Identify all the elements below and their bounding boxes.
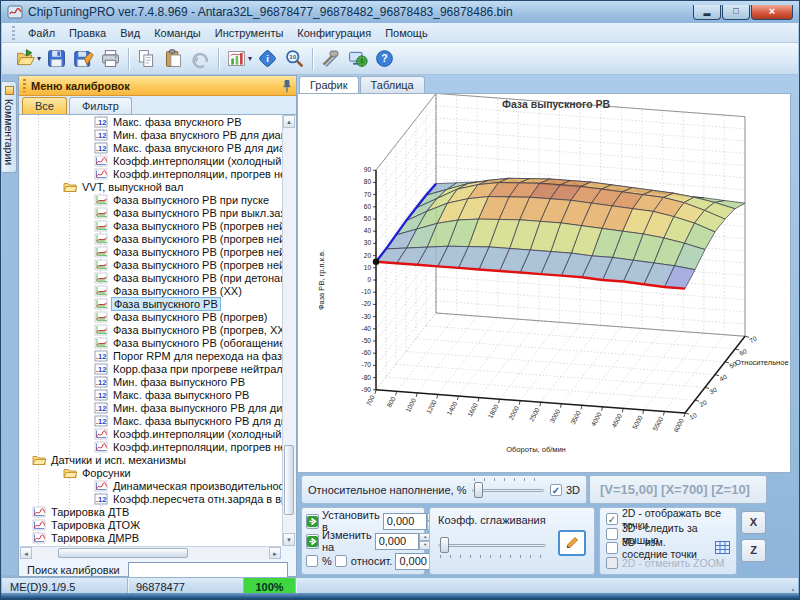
tree-item[interactable]: Фаза выпускного РВ (прогрев нейтрализато… [20, 219, 284, 232]
tree-item[interactable]: Коэфф.интерполяции, прогрев нейтр. (холо… [20, 440, 284, 453]
menu-item[interactable]: Помощь [378, 25, 435, 41]
maximize-button[interactable]: □ [722, 5, 750, 20]
tree-item[interactable]: Фаза выпускного РВ (прогрев) [20, 310, 284, 323]
tree-item[interactable]: .12Порог RPM для перехода на фазу для ре… [20, 349, 284, 362]
scroll-thumb[interactable] [58, 548, 188, 558]
relative-checkbox[interactable]: относит. [335, 555, 393, 567]
tab-filter[interactable]: Фильтр [69, 97, 132, 114]
tree-item[interactable]: .12Макс. фаза выпускного РВ [20, 388, 284, 401]
tree-item[interactable]: Тарировка ДТВ [20, 505, 284, 518]
menu-item[interactable]: Правка [62, 25, 113, 41]
scroll-up-arrow[interactable]: ▲ [283, 115, 295, 128]
charts-dropdown-arrow[interactable]: ▾ [248, 54, 252, 63]
slider-track[interactable] [472, 489, 543, 492]
tools-icon[interactable] [317, 46, 344, 72]
print-icon[interactable] [97, 46, 124, 72]
set-value[interactable]: 0,000 [383, 513, 427, 530]
tree-item[interactable]: Фаза выпускного РВ (ХХ) [20, 284, 284, 297]
open-file-dropdown-arrow[interactable]: ▾ [37, 54, 41, 63]
help-icon[interactable]: ? [371, 46, 398, 72]
tree-item[interactable]: Фаза выпускного РВ (прогрев, ХХ) [20, 323, 284, 336]
network-icon[interactable] [344, 46, 371, 72]
scroll-left-arrow[interactable]: ◄ [20, 547, 32, 559]
tree-item[interactable]: .12Мин. фаза впускного РВ для диагностик… [20, 128, 284, 141]
copy-icon[interactable] [133, 46, 160, 72]
charts-icon[interactable] [223, 46, 250, 72]
z-axis-button[interactable]: Z [741, 539, 766, 562]
info-icon[interactable]: i [254, 46, 281, 72]
tree-item[interactable]: .12Корр.фаза при прогреве нейтрализатора [20, 362, 284, 375]
checkbox-icon[interactable] [335, 555, 347, 567]
tree-item[interactable]: .12Мин. фаза выпускного РВ [20, 375, 284, 388]
checkbox-icon[interactable]: ✓ [606, 513, 618, 525]
tree-item[interactable]: Фаза выпускного РВ (прогрев нейтрал., ХХ… [20, 245, 284, 258]
tree-item[interactable]: Коэфф.интерполяции, прогрев нейтр. (холо… [20, 167, 284, 180]
title-bar[interactable]: ChipTuningPRO ver.7.4.8.969 - Antara32L_… [1, 1, 799, 23]
tab-table[interactable]: Таблица [360, 76, 425, 93]
tree-item[interactable]: Фаза выпускного РВ (прогрев нейтрал., ХХ… [20, 258, 284, 271]
save-as-icon[interactable] [70, 46, 97, 72]
x-axis-button[interactable]: X [741, 511, 766, 534]
tree-vertical-scrollbar[interactable]: ▲ ▼ [282, 115, 295, 546]
tab-all[interactable]: Все [22, 97, 67, 114]
percent-checkbox[interactable]: % [306, 555, 332, 567]
slider-thumb[interactable] [440, 537, 449, 553]
tree-item[interactable]: Тарировка ДТОЖ [20, 518, 284, 531]
tree-folder[interactable]: Форсунки [20, 466, 284, 479]
tree-item[interactable]: .12Мин. фаза выпускного РВ для диагности… [20, 401, 284, 414]
minimize-button[interactable]: ▂ [693, 5, 721, 20]
checkbox-icon[interactable] [606, 528, 618, 540]
smoothing-slider[interactable] [438, 536, 546, 554]
menu-item[interactable]: Команды [147, 25, 208, 41]
undo-icon[interactable] [187, 46, 214, 72]
menu-item[interactable]: Конфигурация [290, 25, 378, 41]
menu-item[interactable]: Файл [21, 25, 62, 41]
tab-graph[interactable]: График [299, 76, 359, 93]
pin-icon[interactable] [282, 79, 292, 93]
tree-item[interactable]: .12Макс. фаза выпускного РВ для диагност… [20, 414, 284, 427]
apply-change-button[interactable] [306, 534, 319, 549]
search-input[interactable] [128, 562, 288, 578]
comments-side-tab[interactable]: Комментарии [2, 81, 17, 173]
checkbox-icon[interactable]: ✓ [550, 484, 562, 496]
panel-grip[interactable] [23, 79, 26, 92]
tree-item[interactable]: Коэфф.интерполяции (холодный / горячий ) [20, 154, 284, 167]
tree-folder[interactable]: VVT, выпускной вал [20, 180, 284, 193]
save-icon[interactable] [43, 46, 70, 72]
scroll-down-arrow[interactable]: ▼ [283, 533, 295, 546]
apply-set-button[interactable] [306, 514, 319, 529]
resize-grip[interactable] [792, 589, 794, 591]
grid-icon[interactable] [715, 541, 730, 556]
tree-item[interactable]: .12Макс. фаза впускного РВ для диагности… [20, 141, 284, 154]
slider-thumb[interactable] [474, 482, 483, 498]
tree-item[interactable]: Фаза выпускного РВ (обогащение) [20, 336, 284, 349]
tree-folder[interactable]: Датчики и исп. механизмы [20, 453, 284, 466]
tree-item[interactable]: Тарировка ДМРВ [20, 531, 284, 544]
close-button[interactable]: × [751, 5, 793, 20]
tree-item[interactable]: Фаза выпускного РВ при пуске [20, 193, 284, 206]
menu-item[interactable]: Вид [113, 25, 147, 41]
tree-item[interactable]: .12Макс. фаза впускного РВ [20, 115, 284, 128]
paste-icon[interactable] [160, 46, 187, 72]
load-slider[interactable] [472, 481, 543, 499]
checkbox-icon[interactable] [606, 542, 618, 554]
scroll-right-arrow[interactable]: ► [269, 547, 281, 559]
tree-item[interactable]: Фаза выпускного РВ при выкл.зажигания [20, 206, 284, 219]
zoom-10-icon[interactable]: 10 [281, 46, 308, 72]
tree-horizontal-scrollbar[interactable]: ◄ ► [20, 546, 281, 559]
tree-item[interactable]: Фаза выпускного РВ (при детонации) [20, 271, 284, 284]
tree-item[interactable]: Фаза выпускного РВ (прогрев нейтрал., хо… [20, 232, 284, 245]
checkbox-icon[interactable] [306, 555, 318, 567]
change-spinner[interactable]: 0,000 ▲▼ [375, 533, 432, 550]
change-value[interactable]: 0,000 [375, 533, 419, 550]
surface-plot-3d[interactable]: -90-80-70-60-50-40-30-20-100102030405060… [298, 94, 790, 472]
open-file-icon[interactable] [12, 46, 39, 72]
3d-checkbox[interactable]: ✓ 3D [550, 484, 580, 496]
menu-item[interactable]: Инструменты [208, 25, 291, 41]
display-option-checkbox[interactable]: 3D - изм. соседние точки [606, 541, 730, 555]
tree-item[interactable]: Динамическая производительность [20, 479, 284, 492]
scroll-thumb[interactable] [284, 445, 294, 515]
tree-item[interactable]: .12Коэфф.пересчета отн.заряда в время вп… [20, 492, 284, 505]
tree-item[interactable]: Фаза выпускного РВ [20, 297, 284, 310]
slider-track[interactable] [438, 544, 546, 547]
